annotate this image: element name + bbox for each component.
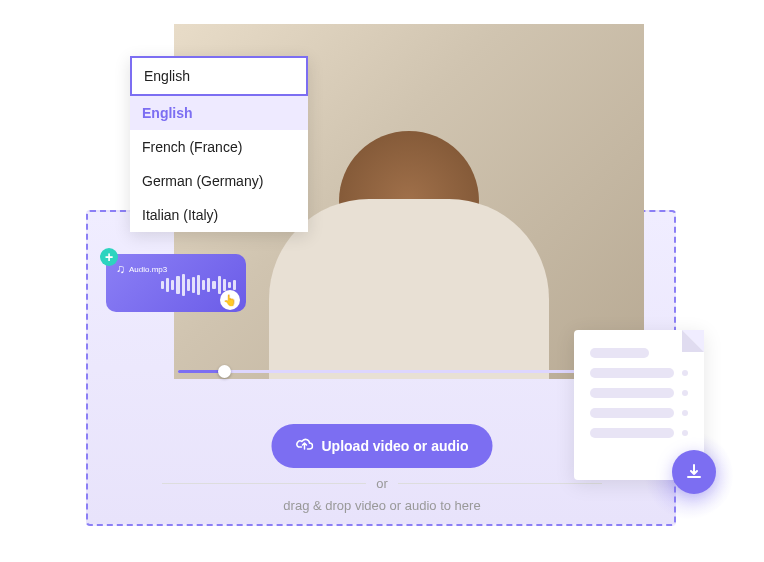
progress-fill [178, 370, 223, 373]
or-divider: or [162, 476, 602, 491]
doc-line [590, 348, 649, 358]
doc-line [590, 368, 674, 378]
language-input[interactable] [130, 56, 308, 96]
language-option-italian[interactable]: Italian (Italy) [130, 198, 308, 232]
cloud-upload-icon [295, 436, 313, 456]
pointer-cursor-icon: 👆 [220, 290, 240, 310]
page-fold-icon [682, 330, 704, 352]
doc-bullet [682, 410, 688, 416]
music-note-icon: ♫ [116, 262, 125, 276]
doc-bullet [682, 370, 688, 376]
doc-line [590, 408, 674, 418]
download-button[interactable] [672, 450, 716, 494]
doc-line [590, 428, 674, 438]
language-option-english[interactable]: English [130, 96, 308, 130]
language-option-french[interactable]: French (France) [130, 130, 308, 164]
add-icon[interactable]: + [100, 248, 118, 266]
doc-line [590, 388, 674, 398]
audio-clip-widget[interactable]: + ♫ Audio.mp3 👆 [106, 254, 246, 312]
doc-bullet [682, 430, 688, 436]
drag-drop-hint: drag & drop video or audio to here [283, 498, 480, 513]
download-icon [684, 462, 704, 482]
progress-thumb[interactable] [218, 365, 231, 378]
video-progress-bar[interactable] [178, 370, 640, 373]
upload-button[interactable]: Upload video or audio [271, 424, 492, 468]
upload-button-label: Upload video or audio [321, 438, 468, 454]
language-dropdown: English French (France) German (Germany)… [130, 56, 308, 232]
language-option-german[interactable]: German (Germany) [130, 164, 308, 198]
language-options: English French (France) German (Germany)… [130, 96, 308, 232]
doc-bullet [682, 390, 688, 396]
